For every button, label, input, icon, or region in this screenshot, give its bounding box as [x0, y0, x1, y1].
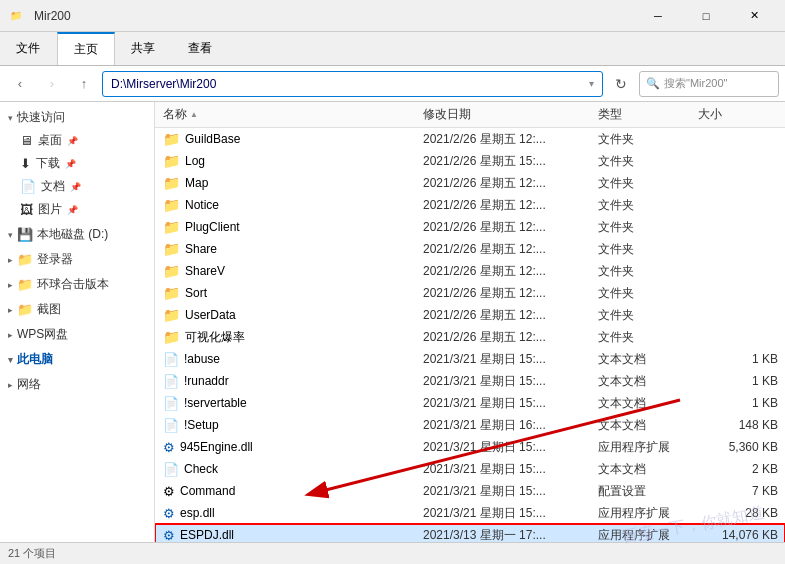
- table-row[interactable]: 📁Log 2021/2/26 星期五 15:... 文件夹: [155, 150, 785, 172]
- sidebar-item-pictures[interactable]: 🖼 图片 📌: [0, 198, 154, 221]
- col-header-size[interactable]: 大小: [698, 106, 778, 123]
- folder-icon: 🖥: [20, 133, 33, 148]
- folder-icon: 📁: [163, 263, 180, 279]
- search-placeholder: 搜索"Mir200": [664, 76, 727, 91]
- file-type: 文本文档: [598, 395, 698, 412]
- table-row[interactable]: ⚙esp.dll 2021/3/21 星期日 15:... 应用程序扩展 28 …: [155, 502, 785, 524]
- col-name-label: 名称: [163, 106, 187, 123]
- sidebar-item-downloads[interactable]: ⬇ 下载 📌: [0, 152, 154, 175]
- file-type: 文件夹: [598, 329, 698, 346]
- sidebar-header-thispc[interactable]: ▾ 此电脑: [0, 348, 154, 371]
- table-row[interactable]: 📁ShareV 2021/2/26 星期五 12:... 文件夹: [155, 260, 785, 282]
- col-header-name[interactable]: 名称 ▲: [163, 106, 423, 123]
- file-name-cell: 📁Map: [163, 175, 423, 191]
- sidebar-header-huanqiu[interactable]: ▸ 📁 环球合击版本: [0, 273, 154, 296]
- file-name: GuildBase: [185, 132, 240, 146]
- table-row[interactable]: ⚙945Engine.dll 2021/3/21 星期日 15:... 应用程序…: [155, 436, 785, 458]
- forward-button[interactable]: ›: [38, 70, 66, 98]
- file-name: ESPDJ.dll: [180, 528, 234, 542]
- ribbon-tab-view[interactable]: 查看: [172, 32, 229, 65]
- folder-icon: 📁: [163, 219, 180, 235]
- file-size: 28 KB: [698, 506, 778, 520]
- ribbon-tab-file[interactable]: 文件: [0, 32, 57, 65]
- folder-icon: 📄: [20, 179, 36, 194]
- sidebar-header-network[interactable]: ▸ 网络: [0, 373, 154, 396]
- file-type: 应用程序扩展: [598, 527, 698, 543]
- file-date: 2021/2/26 星期五 12:...: [423, 329, 598, 346]
- address-text: D:\Mirserver\Mir200: [111, 77, 216, 91]
- file-name: Check: [184, 462, 218, 476]
- minimize-button[interactable]: ─: [635, 0, 681, 32]
- sidebar-header-jietu[interactable]: ▸ 📁 截图: [0, 298, 154, 321]
- title-bar-icons: 📁: [8, 8, 24, 24]
- file-date: 2021/3/21 星期日 15:...: [423, 395, 598, 412]
- folder-icon: ⬇: [20, 156, 31, 171]
- sidebar-section-localdisk: ▾ 💾 本地磁盘 (D:): [0, 223, 154, 246]
- file-date: 2021/3/21 星期日 15:...: [423, 351, 598, 368]
- sidebar-item-label: 环球合击版本: [37, 276, 109, 293]
- file-type: 配置设置: [598, 483, 698, 500]
- file-name: 945Engine.dll: [180, 440, 253, 454]
- file-type: 文本文档: [598, 461, 698, 478]
- table-row[interactable]: 📁UserData 2021/2/26 星期五 12:... 文件夹: [155, 304, 785, 326]
- folder-icon: 📁: [163, 175, 180, 191]
- ribbon-tab-share[interactable]: 共享: [115, 32, 172, 65]
- file-date: 2021/2/26 星期五 12:...: [423, 219, 598, 236]
- folder-icon: 📁: [163, 285, 180, 301]
- sidebar-item-label: 此电脑: [17, 351, 53, 368]
- ribbon-tab-home[interactable]: 主页: [57, 32, 115, 65]
- maximize-button[interactable]: □: [683, 0, 729, 32]
- txt-icon: 📄: [163, 396, 179, 411]
- table-row[interactable]: 📄!Setup 2021/3/21 星期日 16:... 文本文档 148 KB: [155, 414, 785, 436]
- file-date: 2021/2/26 星期五 12:...: [423, 197, 598, 214]
- sidebar-item-label: 下载: [36, 155, 60, 172]
- file-type: 文本文档: [598, 351, 698, 368]
- sidebar-section-label: 快速访问: [17, 109, 65, 126]
- back-button[interactable]: ‹: [6, 70, 34, 98]
- col-header-date[interactable]: 修改日期: [423, 106, 598, 123]
- file-name-cell: 📁Notice: [163, 197, 423, 213]
- table-row[interactable]: 📁PlugClient 2021/2/26 星期五 12:... 文件夹: [155, 216, 785, 238]
- address-field[interactable]: D:\Mirserver\Mir200 ▾: [102, 71, 603, 97]
- file-name: Notice: [185, 198, 219, 212]
- drive-icon: 💾: [17, 227, 33, 242]
- sidebar-header-wps[interactable]: ▸ WPS网盘: [0, 323, 154, 346]
- sidebar-header-quickaccess[interactable]: ▾ 快速访问: [0, 106, 154, 129]
- chevron-icon: ▸: [8, 330, 13, 340]
- table-row[interactable]: 📁Share 2021/2/26 星期五 12:... 文件夹: [155, 238, 785, 260]
- sidebar-item-desktop[interactable]: 🖥 桌面 📌: [0, 129, 154, 152]
- table-row[interactable]: 📁GuildBase 2021/2/26 星期五 12:... 文件夹: [155, 128, 785, 150]
- sidebar-item-documents[interactable]: 📄 文档 📌: [0, 175, 154, 198]
- folder-icon: 📁: [163, 329, 180, 345]
- table-row[interactable]: 📄!runaddr 2021/3/21 星期日 15:... 文本文档 1 KB: [155, 370, 785, 392]
- table-row-espdj[interactable]: ⚙ESPDJ.dll 2021/3/13 星期一 17:... 应用程序扩展 1…: [155, 524, 785, 542]
- pin-icon: 📌: [70, 182, 81, 192]
- sidebar: ▾ 快速访问 🖥 桌面 📌 ⬇ 下载 📌 📄 文档 📌: [0, 102, 155, 542]
- file-type: 文件夹: [598, 285, 698, 302]
- table-row[interactable]: 📄Check 2021/3/21 星期日 15:... 文本文档 2 KB: [155, 458, 785, 480]
- refresh-button[interactable]: ↻: [607, 70, 635, 98]
- file-name-cell: 📄!servertable: [163, 396, 423, 411]
- table-row[interactable]: 📄!servertable 2021/3/21 星期日 15:... 文本文档 …: [155, 392, 785, 414]
- up-button[interactable]: ↑: [70, 70, 98, 98]
- sidebar-section-wps: ▸ WPS网盘: [0, 323, 154, 346]
- table-row[interactable]: ⚙Command 2021/3/21 星期日 15:... 配置设置 7 KB: [155, 480, 785, 502]
- col-header-type[interactable]: 类型: [598, 106, 698, 123]
- table-row[interactable]: 📁Sort 2021/2/26 星期五 12:... 文件夹: [155, 282, 785, 304]
- pin-icon: 📌: [67, 136, 78, 146]
- sidebar-header-localdisk[interactable]: ▾ 💾 本地磁盘 (D:): [0, 223, 154, 246]
- close-button[interactable]: ✕: [731, 0, 777, 32]
- table-row[interactable]: 📄!abuse 2021/3/21 星期日 15:... 文本文档 1 KB: [155, 348, 785, 370]
- sidebar-section-huanqiu: ▸ 📁 环球合击版本: [0, 273, 154, 296]
- chevron-icon: ▸: [8, 280, 13, 290]
- file-type: 文件夹: [598, 307, 698, 324]
- address-dropdown-icon[interactable]: ▾: [589, 78, 594, 89]
- table-row[interactable]: 📁可视化爆率 2021/2/26 星期五 12:... 文件夹: [155, 326, 785, 348]
- table-row[interactable]: 📁Map 2021/2/26 星期五 12:... 文件夹: [155, 172, 785, 194]
- file-list-header: 名称 ▲ 修改日期 类型 大小: [155, 102, 785, 128]
- main-layout: ▾ 快速访问 🖥 桌面 📌 ⬇ 下载 📌 📄 文档 📌: [0, 102, 785, 542]
- sidebar-header-dengluqi[interactable]: ▸ 📁 登录器: [0, 248, 154, 271]
- search-box[interactable]: 🔍 搜索"Mir200": [639, 71, 779, 97]
- file-size: 1 KB: [698, 352, 778, 366]
- table-row[interactable]: 📁Notice 2021/2/26 星期五 12:... 文件夹: [155, 194, 785, 216]
